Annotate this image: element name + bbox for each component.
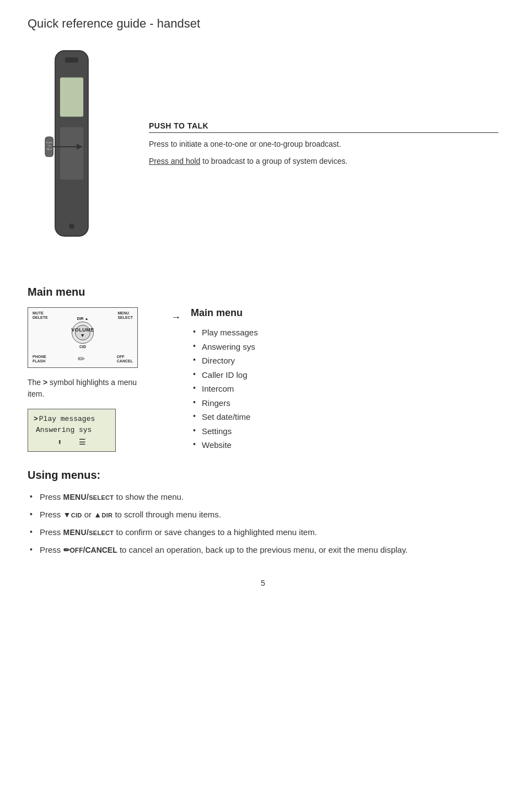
push-to-talk-hold: Press and hold to broadcast to a group o… (149, 156, 498, 167)
cid-bottom-label: CID (79, 345, 86, 349)
symbol-pre: The (28, 378, 43, 387)
list-item: Answering sys (191, 340, 258, 354)
press-and-hold-text: Press and hold (149, 157, 200, 165)
svg-text:TALK: TALK (46, 148, 52, 151)
lcd-line2: Answering sys (34, 425, 110, 436)
svg-text:PUSH: PUSH (46, 141, 52, 144)
using-menus-item-2: Press ▼CID or ▲DIR to scroll through men… (28, 508, 498, 521)
list-item: Website (191, 438, 258, 452)
top-section: PUSH TO TALK PUSH TO TALK Press to initi… (28, 44, 498, 269)
page-number: 5 (28, 579, 498, 587)
svg-rect-4 (65, 57, 78, 63)
list-item: Ringers (191, 396, 258, 410)
list-item: Intercom (191, 382, 258, 396)
mute-delete-label: MUTEDELETE (33, 311, 48, 319)
lcd-screen: >Play messages Answering sys ⬆ ☰ (28, 409, 116, 452)
list-item: Set date/time (191, 410, 258, 424)
menu-select-label: MENUSELECT (117, 311, 133, 319)
volume-label: VOLUME▼ (71, 327, 94, 338)
left-panel: MUTEDELETE MENUSELECT DIR ▲ VOLUME▼ CID … (28, 307, 149, 452)
push-to-talk-title: PUSH TO TALK (149, 121, 498, 133)
svg-point-5 (69, 223, 74, 229)
lcd-text2: Answering sys (34, 425, 92, 436)
lcd-text1: Play messages (39, 414, 95, 425)
push-to-talk-section: PUSH TO TALK Press to initiate a one-to-… (149, 44, 498, 167)
push-to-talk-rest: to broadcast to a group of system device… (200, 157, 347, 165)
main-menu-header: Main menu (191, 307, 258, 319)
svg-rect-2 (60, 127, 83, 180)
using-menus-item-1: Press MENU/SELECT to show the menu. (28, 490, 498, 504)
off-cancel-label: OFFCANCEL (117, 355, 133, 363)
menu-select-key-2: MENU/SELECT (63, 528, 114, 537)
lcd-line1: >Play messages (34, 414, 110, 425)
page-title: Quick reference guide - handset (28, 17, 498, 31)
list-item: Play messages (191, 325, 258, 340)
lcd-icons: ⬆ ☰ (34, 437, 110, 447)
arrow-to-menu: → (171, 312, 181, 323)
menu-list: Play messages Answering sys Directory Ca… (191, 325, 258, 452)
cid-key: ▼CID (63, 510, 82, 519)
dir-volume-area: DIR ▲ VOLUME▼ CID (33, 322, 133, 351)
list-item: Caller ID log (191, 368, 258, 382)
push-to-talk-desc1: Press to initiate a one-to-one or one-to… (149, 138, 498, 150)
lcd-menu-icon: ☰ (79, 437, 86, 447)
menu-area-wrapper: → Main menu Play messages Answering sys … (171, 307, 258, 452)
main-menu-section-title: Main menu (28, 286, 498, 298)
lcd-up-icon: ⬆ (57, 437, 62, 447)
list-item: Settings (191, 424, 258, 439)
lcd-arrow: > (34, 414, 38, 425)
keypad-diagram: MUTEDELETE MENUSELECT DIR ▲ VOLUME▼ CID … (28, 307, 138, 368)
menu-select-key-1: MENU/SELECT (63, 493, 114, 501)
svg-text:TO: TO (47, 145, 51, 147)
symbol-text: The > symbol highlights a menu item. (28, 377, 149, 400)
using-menus-title: Using menus: (28, 469, 498, 482)
main-menu-section: MUTEDELETE MENUSELECT DIR ▲ VOLUME▼ CID … (28, 307, 498, 452)
phone-flash-label: PHONEFLASH (33, 355, 46, 363)
using-menus-item-4: Press ✏OFF/CANCEL to cancel an operation… (28, 543, 498, 557)
list-item: Directory (191, 354, 258, 368)
using-menus-item-3: Press MENU/SELECT to confirm or save cha… (28, 526, 498, 539)
handset-image: PUSH TO TALK (28, 44, 116, 269)
using-menus-list: Press MENU/SELECT to show the menu. Pres… (28, 490, 498, 557)
using-menus-section: Using menus: Press MENU/SELECT to show t… (28, 469, 498, 557)
dir-key: ▲DIR (94, 510, 112, 519)
symbol-bold: > (43, 378, 47, 387)
dir-top-label: DIR ▲ (77, 317, 89, 320)
right-panel: Main menu Play messages Answering sys Di… (191, 307, 258, 452)
dir-inner: VOLUME▼ (75, 325, 90, 340)
dir-button: DIR ▲ VOLUME▼ CID (72, 322, 94, 344)
off-cancel-key: ✏OFF/CANCEL (63, 546, 117, 554)
off-icon: ✏ (78, 354, 85, 364)
svg-rect-1 (60, 77, 83, 117)
